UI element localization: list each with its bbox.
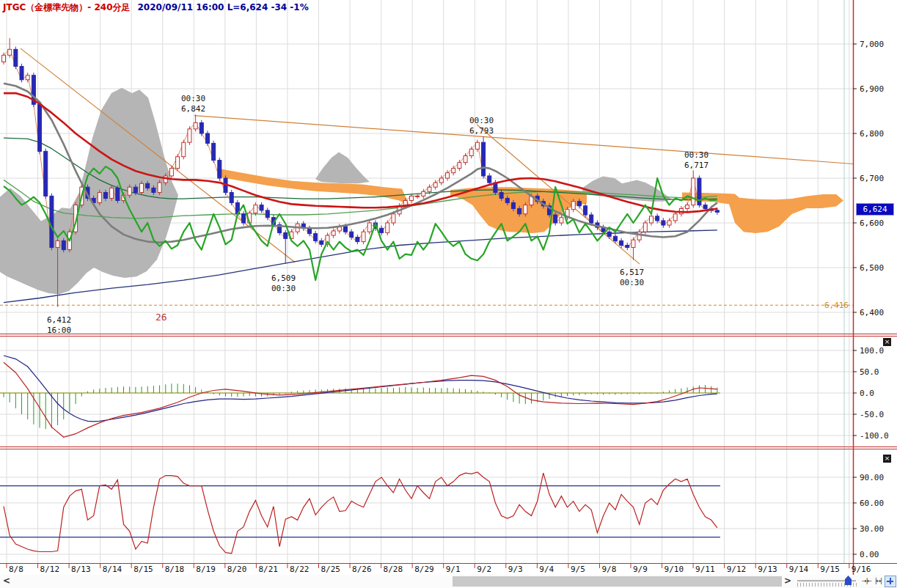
- candle: [20, 67, 23, 80]
- candle: [482, 142, 486, 176]
- candle: [560, 218, 563, 223]
- candle: [475, 142, 479, 149]
- candle: [584, 206, 587, 215]
- pan-mode-icon[interactable]: [885, 576, 896, 587]
- horizontal-scrollbar[interactable]: < > →|← |↔|: [0, 575, 897, 588]
- candle: [439, 178, 443, 183]
- candle: [350, 232, 354, 237]
- candle: [409, 196, 413, 200]
- candle: [380, 228, 384, 232]
- candle: [356, 238, 359, 242]
- date-tick-label: 9/2: [477, 565, 491, 574]
- candle: [176, 157, 180, 169]
- chart-canvas[interactable]: 6,41600:306,84200:306,79300:306,7176,509…: [0, 0, 897, 575]
- candle: [433, 183, 437, 187]
- candle: [703, 205, 707, 209]
- date-tick-label: 9/1: [446, 565, 461, 574]
- candle: [194, 122, 197, 129]
- candle: [667, 221, 671, 225]
- candle: [662, 221, 665, 225]
- candle: [631, 240, 635, 247]
- candle: [344, 227, 348, 232]
- axis-tick-label: 30.00: [860, 524, 884, 534]
- candle: [607, 232, 611, 236]
- candle: [212, 143, 216, 160]
- svg-text:26: 26: [155, 312, 167, 323]
- candle: [446, 173, 450, 178]
- scroll-left-button[interactable]: <: [3, 576, 10, 586]
- candle: [554, 215, 557, 223]
- bar-expand-icon[interactable]: |↔|: [873, 576, 884, 587]
- svg-text:6,517: 6,517: [620, 268, 644, 277]
- candle: [386, 223, 389, 232]
- candle: [26, 76, 29, 80]
- date-tick-label: 9/16: [852, 565, 871, 574]
- axis-tick-label: 60.00: [860, 499, 884, 508]
- close-icon[interactable]: ×: [883, 338, 891, 346]
- candle: [428, 187, 431, 191]
- date-tick-label: 8/14: [103, 565, 122, 574]
- candle: [458, 163, 461, 169]
- candle: [656, 216, 659, 221]
- close-icon[interactable]: ×: [883, 455, 891, 463]
- candle: [422, 191, 425, 196]
- date-tick-label: 9/13: [758, 565, 777, 574]
- scroll-right-button[interactable]: >: [784, 576, 791, 586]
- svg-text:6,509: 6,509: [271, 273, 296, 283]
- chart-application-window: 6,41600:306,84200:306,79300:306,7176,509…: [0, 0, 897, 588]
- date-tick-label: 9/4: [539, 565, 554, 574]
- date-tick-label: 8/22: [290, 565, 310, 574]
- date-tick-label: 8/18: [165, 565, 185, 574]
- svg-text:00:30: 00:30: [271, 284, 296, 293]
- candle: [452, 169, 455, 173]
- svg-text:6,412: 6,412: [47, 315, 71, 325]
- axis-tick-label: 6,400: [860, 308, 884, 317]
- date-tick-label: 9/14: [789, 565, 809, 574]
- candle: [230, 193, 233, 203]
- zoom-slider-thumb[interactable]: [845, 576, 852, 585]
- candle: [613, 236, 617, 240]
- chart-title: JTGC（金標準先物）- 240分足2020/09/11 16:00 L=6,6…: [3, 1, 309, 14]
- candle: [116, 188, 120, 200]
- candle: [650, 216, 653, 223]
- candle: [505, 198, 509, 202]
- candle: [637, 232, 641, 240]
- candle: [146, 183, 150, 188]
- axis-tick-label: -50.0: [860, 410, 884, 419]
- candle: [98, 193, 101, 203]
- current-price-label: 6,624: [856, 203, 894, 216]
- candle: [332, 231, 335, 235]
- axis-tick-label: 7,000: [860, 40, 884, 49]
- candle: [511, 203, 515, 209]
- date-tick-label: 8/21: [258, 565, 278, 574]
- candle: [686, 205, 689, 209]
- date-tick-label: 8/8: [9, 565, 23, 574]
- scrollbar-thumb[interactable]: [453, 576, 782, 587]
- candle: [110, 188, 114, 198]
- axis-tick-label: -100.0: [860, 431, 889, 441]
- candle: [320, 240, 323, 244]
- candle: [62, 240, 65, 249]
- date-tick-label: 9/12: [727, 565, 747, 574]
- candle: [44, 151, 48, 196]
- svg-text:6,793: 6,793: [469, 126, 494, 136]
- candle: [254, 205, 257, 213]
- candle: [499, 193, 503, 199]
- svg-text:6,717: 6,717: [684, 161, 709, 170]
- date-tick-label: 9/5: [571, 565, 585, 574]
- date-tick-label: 9/11: [695, 565, 715, 574]
- candle: [266, 210, 269, 218]
- date-tick-label: 9/8: [601, 565, 616, 574]
- date-tick-label: 8/26: [352, 565, 372, 574]
- candle: [103, 193, 107, 199]
- candle: [38, 104, 42, 151]
- candle: [643, 223, 647, 232]
- candle: [205, 133, 209, 143]
- candle: [571, 202, 575, 210]
- bar-compress-icon[interactable]: →|←: [861, 576, 872, 587]
- candle: [218, 161, 221, 178]
- date-tick-label: 8/29: [414, 565, 434, 574]
- axis-tick-label: 6,900: [860, 84, 884, 94]
- candle: [242, 214, 246, 223]
- candle: [577, 202, 581, 206]
